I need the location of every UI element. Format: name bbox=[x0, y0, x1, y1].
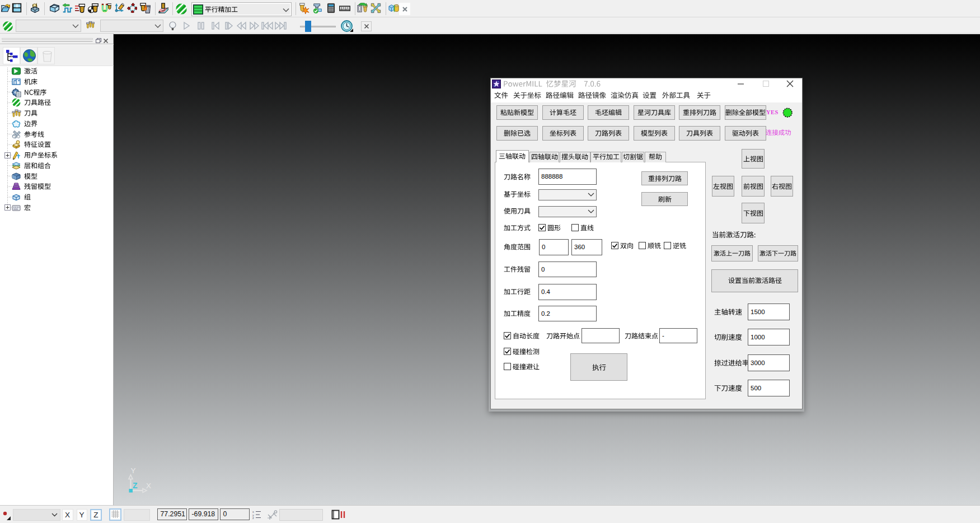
svg-text:X: X bbox=[146, 482, 151, 490]
svg-text:Y: Y bbox=[130, 466, 135, 475]
svg-text:z: z bbox=[252, 516, 254, 519]
svg-text:Z: Z bbox=[133, 481, 138, 490]
